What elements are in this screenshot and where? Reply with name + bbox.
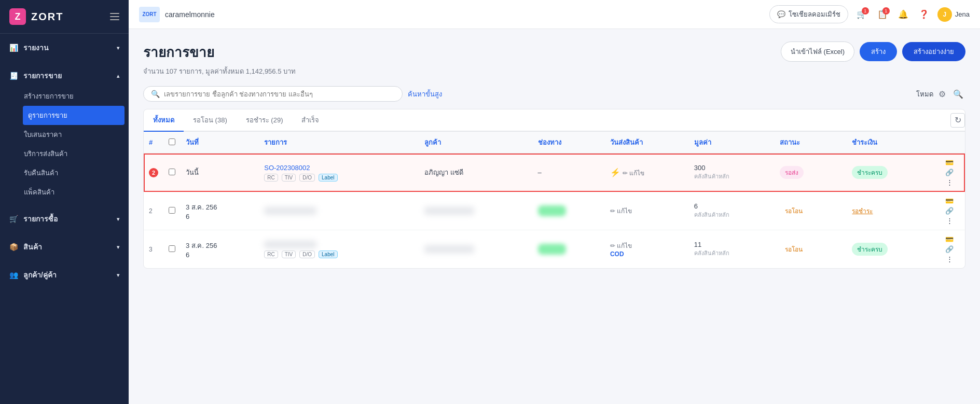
cart-icon-btn[interactable]: 🛒 1 [854, 7, 869, 22]
blurred-customer: ชื่อลูกค้า XXXXX [424, 245, 474, 253]
payment-badge[interactable]: รอชำระ [852, 207, 873, 215]
reports-arrow-icon: ▾ [117, 45, 119, 51]
search-mode-icon-btn[interactable]: 🔍 [951, 87, 965, 101]
row-tags: RC TIV D/O Label [264, 250, 414, 258]
sidebar-item-quotation[interactable]: ใบเสนอราคา [19, 125, 129, 144]
col-status: สถานะ [775, 132, 847, 154]
row-checkbox[interactable] [163, 154, 181, 192]
row-actions: 💳 🔗 ⋮ [934, 230, 965, 269]
sidebar-item-products[interactable]: 📦 สินค้า ▾ [0, 236, 129, 258]
table-header: # วันที่ รายการ ลูกค้า ช่องทาง วันส่งสิน… [144, 132, 965, 154]
blurred-channel [538, 244, 566, 255]
tab-waiting[interactable]: รอโอน (38) [184, 109, 237, 132]
row-num: 2 [144, 192, 163, 230]
sidebar-section-purchase: 🛒 รายการซื้อ ▾ [0, 205, 129, 233]
more-icon[interactable]: ⋮ [946, 255, 953, 263]
orders-icon-btn[interactable]: 📋 1 [875, 7, 890, 22]
row-payment: ชำระครบ [847, 154, 934, 192]
search-input-wrap: 🔍 [143, 86, 403, 102]
sidebar-item-purchase[interactable]: 🛒 รายการซื้อ ▾ [0, 208, 129, 230]
search-icon: 🔍 [151, 90, 160, 98]
mode-label: โหมด [916, 89, 933, 100]
create-btn[interactable]: สร้าง [860, 42, 897, 61]
sidebar-item-shipping[interactable]: บริการส่งสินค้า [19, 144, 129, 163]
sales-table: # วันที่ รายการ ลูกค้า ช่องทาง วันส่งสิน… [144, 132, 965, 268]
status-badge: รอโอน [780, 204, 808, 217]
more-icon[interactable]: ⋮ [946, 178, 953, 186]
create-easy-btn[interactable]: สร้างอย่างง่าย [902, 42, 965, 61]
help-icon-btn[interactable]: ❓ [917, 7, 931, 22]
sidebar-item-bundle[interactable]: แพ็คสินค้า [19, 183, 129, 202]
social-commerce-btn[interactable]: 💬 โซเชียลคอมเมิร์ช [769, 5, 848, 23]
sidebar-item-customers[interactable]: 👥 ลูกค้า/คู่ค้า ▾ [0, 264, 129, 286]
row-value: 6 คลังสินค้าหลัก [689, 192, 775, 230]
sidebar: Z ZORT 📊 รายงาน ▾ 🧾 รายการขาย ▴ สร้างราย… [0, 0, 129, 404]
order-link[interactable]: SO-202308002 [264, 164, 310, 172]
row-num: 2 [144, 154, 163, 192]
tag-tiv: TIV [282, 174, 296, 182]
table-body: 2 วันนี้ SO-202308002 RC TIV D/O Label [144, 154, 965, 269]
blurred-customer: ชื่อลูกค้า XXXXX [424, 207, 474, 215]
bell-icon-btn[interactable]: 🔔 [896, 7, 910, 22]
row-warehouse-label: คลังสินค้าหลัก [694, 248, 770, 258]
tab-payment[interactable]: รอชำระ (29) [237, 109, 293, 132]
tag-tiv: TIV [282, 250, 296, 258]
cod-label: COD [610, 250, 684, 258]
sidebar-item-reports[interactable]: 📊 รายงาน ▾ [0, 37, 129, 59]
zort-logo-icon: Z [9, 8, 26, 25]
tag-rc: RC [264, 174, 278, 182]
sidebar-section-reports: 📊 รายงาน ▾ [0, 34, 129, 62]
col-customer: ลูกค้า [419, 132, 532, 154]
topbar-store-name: caramelmonnie [165, 10, 215, 19]
status-badge: รอโอน [780, 243, 808, 256]
row-actions: 💳 🔗 ⋮ [934, 192, 965, 230]
row-order: SO-202308002 RC TIV D/O Label [259, 154, 419, 192]
edit-delivery-btn[interactable]: ✏ แก้ไข [610, 242, 632, 249]
row-payment: รอชำระ [847, 192, 934, 230]
refresh-btn[interactable]: ↻ [950, 113, 965, 128]
page-header: รายการขาย นำเข้าไฟล์ (Excel) สร้าง สร้าง… [143, 41, 965, 63]
import-excel-btn[interactable]: นำเข้าไฟล์ (Excel) [781, 41, 854, 62]
reports-icon: 📊 [9, 44, 18, 52]
sidebar-section-sales: 🧾 รายการขาย ▴ สร้างรายการขาย ดูรายการขาย… [0, 62, 129, 205]
row-checkbox[interactable] [163, 192, 181, 230]
topbar: ZORT caramelmonnie 💬 โซเชียลคอมเมิร์ช 🛒 … [129, 0, 980, 29]
col-value: มูลค่า [689, 132, 775, 154]
tag-label: Label [319, 250, 337, 258]
row-date: วันนี้ [181, 154, 259, 192]
col-channel: ช่องทาง [533, 132, 605, 154]
sidebar-item-sales[interactable]: 🧾 รายการขาย ▴ [0, 65, 129, 87]
purchase-icon: 🛒 [9, 215, 18, 223]
more-icon[interactable]: ⋮ [946, 217, 953, 225]
sidebar-item-create-sale[interactable]: สร้างรายการขาย [19, 87, 129, 106]
sidebar-item-view-sale[interactable]: ดูรายการขาย [23, 106, 125, 125]
hamburger-menu[interactable] [110, 13, 119, 20]
tab-all[interactable]: ทั้งหมด [144, 109, 184, 132]
status-badge: รอส่ง [780, 166, 804, 179]
avatar: J [937, 7, 952, 22]
sidebar-item-return[interactable]: รับคืนสินค้า [19, 163, 129, 183]
tab-success[interactable]: สำเร็จ [292, 109, 328, 132]
payment-badge: ชำระครบ [852, 243, 888, 256]
tabs-row: ทั้งหมด รอโอน (38) รอชำระ (29) สำเร็จ ↻ [144, 109, 965, 132]
page-title: รายการขาย [143, 41, 214, 63]
select-all-checkbox[interactable] [169, 138, 175, 145]
advanced-search-btn[interactable]: ค้นหาขั้นสูง [408, 89, 442, 100]
row-select-checkbox[interactable] [169, 245, 175, 252]
row-warehouse-label: คลังสินค้าหลัก [694, 210, 770, 219]
col-check [163, 132, 181, 154]
row-select-checkbox[interactable] [169, 207, 175, 214]
row-channel [533, 230, 605, 269]
edit-delivery-btn[interactable]: ✏ แก้ไข [623, 170, 644, 177]
user-menu[interactable]: J Jena [937, 7, 970, 22]
edit-delivery-btn[interactable]: ✏ แก้ไข [610, 207, 632, 215]
credit-card-icon: 💳 [945, 235, 954, 243]
topbar-brand-logo: ZORT [139, 7, 160, 22]
filter-icon-btn[interactable]: ⚙ [936, 87, 948, 101]
row-select-checkbox[interactable] [169, 169, 175, 175]
row-checkbox[interactable] [163, 230, 181, 269]
row-warehouse-label: คลังสินค้าหลัก [694, 172, 770, 181]
sidebar-sub-sales: สร้างรายการขาย ดูรายการขาย ใบเสนอราคา บร… [0, 87, 129, 202]
search-input[interactable] [164, 90, 395, 98]
table-row: 3 3 ส.ค. 2566 SO-XXXXXXXXX RC TIV D/O La… [144, 230, 965, 269]
